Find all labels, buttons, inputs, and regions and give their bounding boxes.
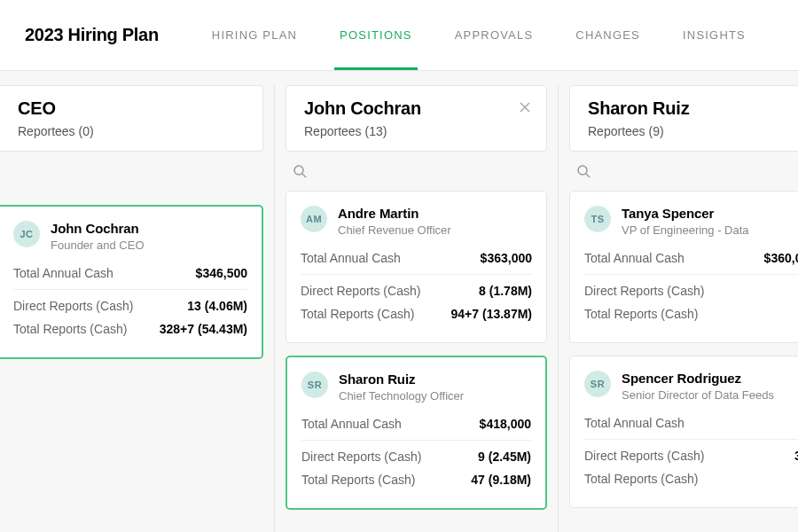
tac-label: Total Annual Cash [301,251,401,265]
tac-label: Total Annual Cash [584,251,685,265]
tac-label: Total Annual Cash [13,266,113,280]
column-reportees: Reportees (0) [18,124,245,138]
tac-value: $418,000 [480,417,531,431]
search-icon[interactable] [576,164,591,178]
avatar: AM [301,206,327,232]
column-name: John Cochran [304,98,528,119]
person-title: Chief Revenue Officer [338,223,451,237]
tab-hiring-plan[interactable]: HIRING PLAN [212,0,297,70]
tr-label: Total Reports (Cash) [13,322,127,336]
search-row [286,159,547,191]
org-board: CEO Reportees (0) JC John Cochran Founde… [0,71,798,532]
divider [301,274,532,275]
dr-label: Direct Reports (Cash) [584,284,704,298]
person-title: Chief Technology Officer [339,389,464,403]
person-card[interactable]: AM Andre Martin Chief Revenue Officer To… [286,191,547,343]
person-name: Tanya Spencer [622,206,749,221]
divider [13,289,247,290]
divider [301,440,531,441]
dr-label: Direct Reports (Cash) [13,299,133,313]
divider [584,439,798,440]
plan-title: 2023 Hiring Plan [25,25,159,45]
dr-label: Direct Reports (Cash) [301,450,421,464]
person-title: VP of Engineering - Data [622,223,749,237]
tr-label: Total Reports (Cash) [584,307,698,321]
column-ceo: CEO Reportees (0) JC John Cochran Founde… [0,85,275,532]
tabs: HIRING PLAN POSITIONS APPROVALS CHANGES … [212,0,773,70]
tr-value: 47 (9.18M) [471,473,531,487]
card-header: SR Sharon Ruiz Chief Technology Officer [301,372,531,403]
avatar: SR [584,371,611,397]
avatar: TS [584,206,611,232]
divider [584,274,798,275]
topbar: 2023 Hiring Plan HIRING PLAN POSITIONS A… [0,0,798,71]
search-icon[interactable] [293,164,307,178]
tr-value: 328+7 (54.43M) [160,322,247,336]
tr-label: Total Reports (Cash) [584,472,698,486]
dr-label: Direct Reports (Cash) [301,284,420,298]
person-title: Senior Director of Data Feeds [622,388,774,402]
tac-label: Total Annual Cash [584,416,685,430]
dr-value: 9 (2.45M) [478,450,531,464]
person-name: Andre Martin [338,206,451,221]
person-name: Sharon Ruiz [339,372,464,387]
tac-value: $360,000 [764,251,798,265]
person-title: Founder and CEO [51,239,145,252]
dr-label: Direct Reports (Cash) [584,449,704,463]
dr-value: 3 (0 [794,449,798,463]
person-card[interactable]: TS Tanya Spencer VP of Engineering - Dat… [569,191,798,343]
tab-changes[interactable]: CHANGES [575,0,640,70]
column-name: CEO [18,98,245,119]
column-header: CEO Reportees (0) [0,85,263,152]
tr-value: 94+7 (13.87M) [451,307,532,321]
card-header: SR Spencer Rodriguez Senior Director of … [584,371,798,402]
tac-label: Total Annual Cash [301,417,402,431]
tab-approvals[interactable]: APPROVALS [455,0,534,70]
person-name: Spencer Rodriguez [622,371,774,386]
column-john-cochran: John Cochran Reportees (13) AM Andre Mar… [275,85,559,532]
dr-value: 13 (4.06M) [187,299,247,313]
tac-value: $363,000 [481,251,532,265]
column-reportees: Reportees (13) [304,124,528,138]
column-sharon-ruiz: Sharon Ruiz Reportees (9) TS Tanya Spenc… [559,85,798,532]
column-header: Sharon Ruiz Reportees (9) [569,85,798,152]
avatar: SR [301,372,328,398]
tr-label: Total Reports (Cash) [301,473,415,487]
dr-value: 8 (1.78M) [479,284,532,298]
card-header: AM Andre Martin Chief Revenue Officer [301,206,532,237]
svg-point-0 [294,166,303,175]
card-header: TS Tanya Spencer VP of Engineering - Dat… [584,206,798,237]
tr-label: Total Reports (Cash) [301,307,414,321]
person-card[interactable]: SR Sharon Ruiz Chief Technology Officer … [286,356,547,510]
search-row [569,159,798,191]
person-card[interactable]: SR Spencer Rodriguez Senior Director of … [569,356,798,508]
tab-insights[interactable]: INSIGHTS [683,0,746,70]
tab-positions[interactable]: POSITIONS [340,0,412,70]
column-name: Sharon Ruiz [588,98,798,119]
person-name: John Cochran [51,221,145,236]
card-header: JC John Cochran Founder and CEO [13,221,247,252]
tac-value: $346,500 [196,266,247,280]
column-header: John Cochran Reportees (13) [286,85,547,152]
spacer [0,159,263,205]
close-icon[interactable] [518,100,532,114]
person-card[interactable]: JC John Cochran Founder and CEO Total An… [0,205,263,359]
svg-point-1 [578,166,587,175]
avatar: JC [13,221,40,247]
column-reportees: Reportees (9) [588,124,798,138]
